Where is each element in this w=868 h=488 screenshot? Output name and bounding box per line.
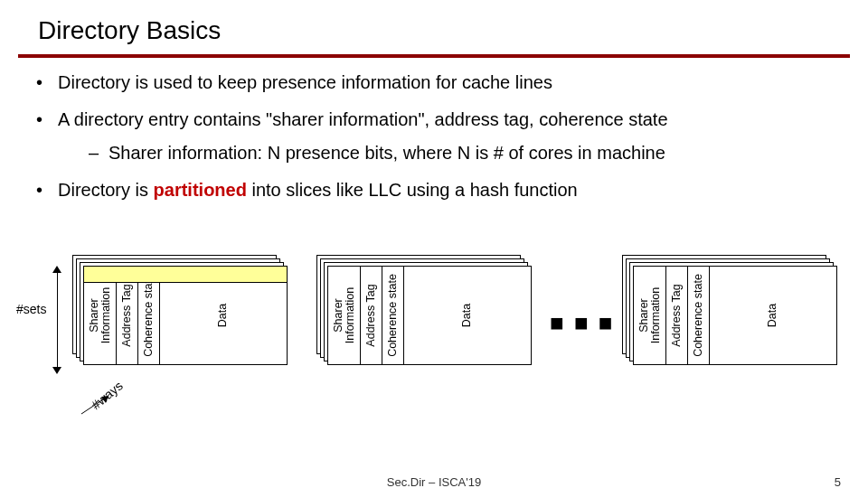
bullet-3: Directory is partitioned into slices lik… <box>36 178 868 202</box>
col-tag: Address Tag <box>666 267 688 364</box>
col-sharer: SharerInformation <box>634 267 666 364</box>
bullet-1: Directory is used to keep presence infor… <box>36 70 868 95</box>
tag-label: Address Tag <box>671 284 683 346</box>
col-coherence: Coherence state <box>382 267 404 364</box>
tag-label: Address Tag <box>365 284 377 346</box>
highlight-row <box>84 267 287 283</box>
page-number: 5 <box>835 475 841 488</box>
coh-label: Coherence state <box>387 274 399 357</box>
bullet-2: A directory entry contains "sharer infor… <box>36 108 868 165</box>
diagram: #sets #ways SharerInformation Address Ta… <box>0 266 868 446</box>
coh-label: Coherence state <box>143 274 155 357</box>
bullet-3-pre: Directory is <box>58 180 154 200</box>
sharer-l2: Information <box>99 287 112 344</box>
ways-annotation: #ways <box>76 392 130 428</box>
slice-front: SharerInformation Address Tag Coherence … <box>633 266 837 365</box>
sharer-l1: Sharer <box>87 298 99 333</box>
footer-center: Sec.Dir – ISCA'19 <box>387 475 481 488</box>
bullet-2-text: A directory entry contains "sharer infor… <box>58 109 668 129</box>
coh-label: Coherence state <box>693 274 704 357</box>
col-coherence: Coherence state <box>688 267 710 364</box>
bullet-3-post: into slices like LLC using a hash functi… <box>247 180 578 200</box>
data-label: Data <box>767 304 778 327</box>
sets-label: #sets <box>16 302 46 316</box>
data-label: Data <box>217 304 229 327</box>
bullet-2-sub: Sharer information: N presence bits, whe… <box>89 141 868 165</box>
col-sharer: SharerInformation <box>328 267 361 364</box>
bullet-3-emph: partitioned <box>154 180 247 200</box>
sharer-l1: Sharer <box>331 298 344 333</box>
arrow-up-icon <box>52 266 61 273</box>
bullet-list: Directory is used to keep presence infor… <box>0 70 868 202</box>
data-label: Data <box>461 304 473 327</box>
sharer-l2: Information <box>344 287 356 344</box>
slice-front: SharerInformation Address Tag Coherence … <box>327 266 532 365</box>
sets-arrow <box>54 266 61 374</box>
col-tag: Address Tag <box>361 267 382 364</box>
tag-label: Address Tag <box>121 284 133 346</box>
bullet-2-sublist: Sharer information: N presence bits, whe… <box>58 132 868 165</box>
sharer-l2: Information <box>649 287 662 344</box>
sharer-l1: Sharer <box>637 298 649 333</box>
col-data: Data <box>404 267 531 364</box>
arrow-down-icon <box>52 367 61 374</box>
slide-title: Directory Basics <box>0 0 868 54</box>
title-rule <box>18 54 850 58</box>
col-data: Data <box>710 267 836 364</box>
slice-front: SharerInformation Address Tag Coherence … <box>83 266 288 365</box>
